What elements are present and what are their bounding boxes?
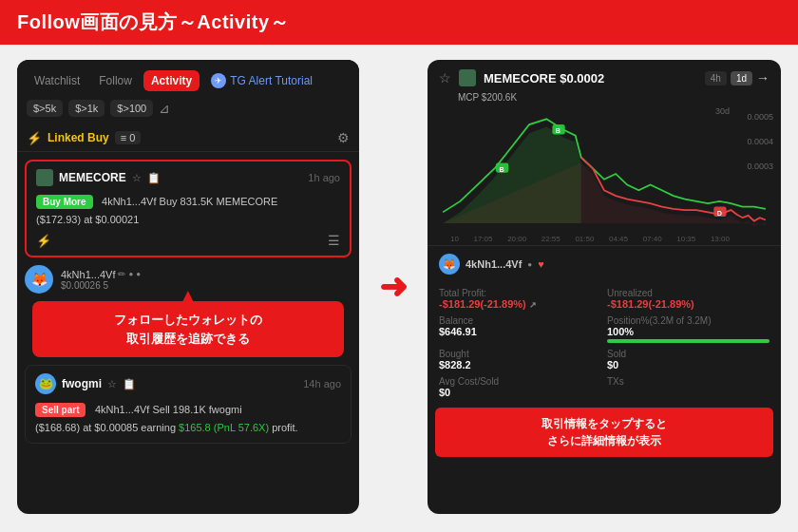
arrow-container: ➜ bbox=[374, 60, 412, 514]
wallet-row-right: 🦊 4kNh1...4Vf ● ♥ bbox=[439, 254, 770, 275]
filter-bar: $>5k $>1k $>100 ⊿ bbox=[17, 92, 359, 124]
star-icon-1[interactable]: ☆ bbox=[132, 172, 142, 184]
price-level-1: 0.0005 bbox=[747, 112, 773, 122]
linked-buy-bar: ⚡ Linked Buy ≡ 0 ⚙ bbox=[17, 124, 359, 152]
stat-value-2: $646.91 bbox=[439, 326, 601, 337]
page-title: Follow画面の見方～Activity～ bbox=[17, 10, 289, 35]
card1-transaction: Buy More 4kNh1...4Vf Buy 831.5K MEMECORE bbox=[36, 192, 340, 210]
tab-activity[interactable]: Activity bbox=[143, 70, 200, 91]
stat-total-profit: Total Profit: -$181.29(-21.89%) ↗ bbox=[439, 288, 601, 310]
tab-bar: Watchlist Follow Activity ✈ TG Alert Tut… bbox=[17, 60, 359, 92]
stat-value-0: -$181.29(-21.89%) ↗ bbox=[439, 298, 601, 310]
svg-text:B: B bbox=[556, 127, 560, 135]
right-arrow-icon: ➜ bbox=[379, 267, 408, 307]
mcp-text: MCP $200.6K bbox=[428, 92, 781, 103]
wallet-section: 🦊 4kNh1...4Vf ● ♥ bbox=[428, 245, 781, 282]
position-progress-fill bbox=[607, 339, 770, 343]
card2-transaction: Sell part 4kNh1...4Vf Sell 198.1K fwogmi bbox=[35, 400, 341, 418]
token-icon-1 bbox=[36, 169, 53, 186]
annotation-text: フォローしたウォレットの取引履歴を追跡できる bbox=[46, 311, 331, 348]
tg-dot-icon: ✈ bbox=[211, 73, 226, 88]
settings-icon[interactable]: ⚙ bbox=[337, 130, 350, 145]
time-label-4: 01:50 bbox=[575, 235, 594, 243]
tab-tg-alert[interactable]: ✈ TG Alert Tutorial bbox=[203, 69, 320, 92]
wallet-avatar-right: 🦊 bbox=[439, 254, 460, 275]
stat-label-7: TXs bbox=[607, 376, 770, 387]
stat-label-2: Balance bbox=[439, 315, 601, 326]
card2-header: 🐸 fwogmi ☆ 📋 14h ago bbox=[35, 373, 341, 394]
stat-label-0: Total Profit: bbox=[439, 288, 601, 298]
time-label-8: 13:00 bbox=[711, 235, 730, 243]
transaction-desc-2: 4kNh1...4Vf Sell 198.1K fwogmi bbox=[95, 404, 242, 415]
left-panel: Watchlist Follow Activity ✈ TG Alert Tut… bbox=[17, 60, 359, 514]
token-name-1: MEMECORE bbox=[59, 171, 126, 184]
copy-icon-1[interactable]: 📋 bbox=[147, 172, 161, 184]
filter-icon[interactable]: ⊿ bbox=[159, 101, 170, 116]
wallet-name-right: 4kNh1...4Vf bbox=[466, 258, 522, 270]
page-header: Follow画面の見方～Activity～ bbox=[0, 0, 798, 45]
menu-icon-1[interactable]: ☰ bbox=[328, 233, 340, 248]
wallet-info-1: 4kNh1...4Vf ✏ ● ● $0.00026 5 bbox=[61, 269, 352, 291]
token-icon-right bbox=[459, 69, 476, 86]
star-btn-right[interactable]: ☆ bbox=[439, 70, 451, 86]
token-name-2: fwogmi bbox=[62, 377, 102, 390]
filter-100[interactable]: $>100 bbox=[110, 100, 153, 117]
card1-header: MEMECORE ☆ 📋 1h ago bbox=[36, 169, 340, 186]
annotation-container: ▲ フォローしたウォレットの取引履歴を追跡できる bbox=[25, 301, 352, 357]
stat-value-5: $0 bbox=[607, 359, 770, 370]
price-level-2: 0.0004 bbox=[747, 137, 773, 146]
nav-arrow-right[interactable]: → bbox=[756, 70, 770, 86]
wallet-stats-1: $0.00026 5 bbox=[61, 280, 352, 291]
stat-value-3: 100% bbox=[607, 326, 770, 337]
time-label-6: 07:40 bbox=[643, 235, 662, 243]
stat-position: Position%(3.2M of 3.2M) 100% bbox=[607, 315, 770, 343]
copy-icon-2[interactable]: 📋 bbox=[123, 378, 136, 390]
wallet-avatar-1: 🦊 bbox=[25, 265, 53, 294]
annotation-arrow-up: ▲ bbox=[178, 284, 199, 309]
stat-label-5: Sold bbox=[607, 349, 770, 359]
tab-watchlist[interactable]: Watchlist bbox=[27, 70, 87, 91]
sell-part-btn[interactable]: Sell part bbox=[35, 403, 86, 417]
stat-value-4: $828.2 bbox=[439, 359, 601, 370]
wallet-avatar-2: 🐸 bbox=[35, 373, 56, 394]
card1-footer: ⚡ ☰ bbox=[36, 233, 340, 248]
activity-card-2[interactable]: 🐸 fwogmi ☆ 📋 14h ago Sell part 4kNh1...4… bbox=[25, 365, 352, 444]
right-panel: ☆ MEMECORE $0.0002 4h 1d → MCP $200.6K 3… bbox=[428, 60, 781, 514]
lightning-icon: ⚡ bbox=[27, 131, 42, 145]
wallet-name-1: 4kNh1...4Vf ✏ ● ● bbox=[61, 269, 352, 280]
edit-icon-1: ✏ bbox=[118, 269, 125, 279]
token-name-right: MEMECORE $0.0002 bbox=[484, 71, 604, 86]
activity-card-1[interactable]: MEMECORE ☆ 📋 1h ago Buy More 4kNh1...4Vf… bbox=[25, 160, 352, 257]
price-level-3: 0.0003 bbox=[747, 162, 773, 171]
right-header: ☆ MEMECORE $0.0002 4h 1d → bbox=[428, 60, 781, 92]
tab-follow[interactable]: Follow bbox=[91, 70, 140, 91]
pnl-text: (PnL 57.6X) bbox=[214, 422, 269, 433]
svg-text:B: B bbox=[499, 166, 504, 174]
stats-grid: Total Profit: -$181.29(-21.89%) ↗ Unreal… bbox=[428, 282, 781, 404]
stat-txs: TXs bbox=[607, 376, 770, 398]
dot-icon-right-1: ● bbox=[527, 260, 532, 269]
star-icon-2[interactable]: ☆ bbox=[107, 378, 117, 390]
time-label-5: 04:45 bbox=[609, 235, 628, 243]
bottom-annotation: 取引情報をタップするとさらに詳細情報が表示 bbox=[435, 408, 773, 457]
footer-lightning-icon: ⚡ bbox=[36, 234, 51, 248]
time-ago-2: 14h ago bbox=[303, 378, 341, 390]
main-content: Watchlist Follow Activity ✈ TG Alert Tut… bbox=[0, 45, 798, 529]
filter-1k[interactable]: $>1k bbox=[68, 100, 104, 117]
buy-more-btn[interactable]: Buy More bbox=[36, 195, 93, 209]
bottom-annotation-text: 取引情報をタップするとさらに詳細情報が表示 bbox=[446, 415, 762, 449]
stat-label-4: Bought bbox=[439, 349, 601, 359]
external-link-icon[interactable]: ↗ bbox=[529, 300, 537, 310]
chart-price-labels: 0.0005 0.0004 0.0003 bbox=[747, 112, 773, 171]
time-label-2: 20:00 bbox=[507, 235, 526, 243]
time-btn-4h[interactable]: 4h bbox=[705, 71, 727, 86]
filter-5k[interactable]: $>5k bbox=[27, 100, 63, 117]
dot-icon-2: ● bbox=[136, 270, 141, 278]
stat-balance: Balance $646.91 bbox=[439, 315, 601, 343]
linked-buy-label: Linked Buy bbox=[48, 131, 109, 144]
time-btn-1d[interactable]: 1d bbox=[731, 71, 752, 86]
transaction-desc-1: 4kNh1...4Vf Buy 831.5K MEMECORE bbox=[102, 196, 277, 207]
time-label-1: 17:05 bbox=[474, 235, 493, 243]
chart-container: 30d 0.0005 0.0004 0.0003 B B bbox=[431, 103, 777, 245]
svg-text:D: D bbox=[717, 210, 722, 218]
